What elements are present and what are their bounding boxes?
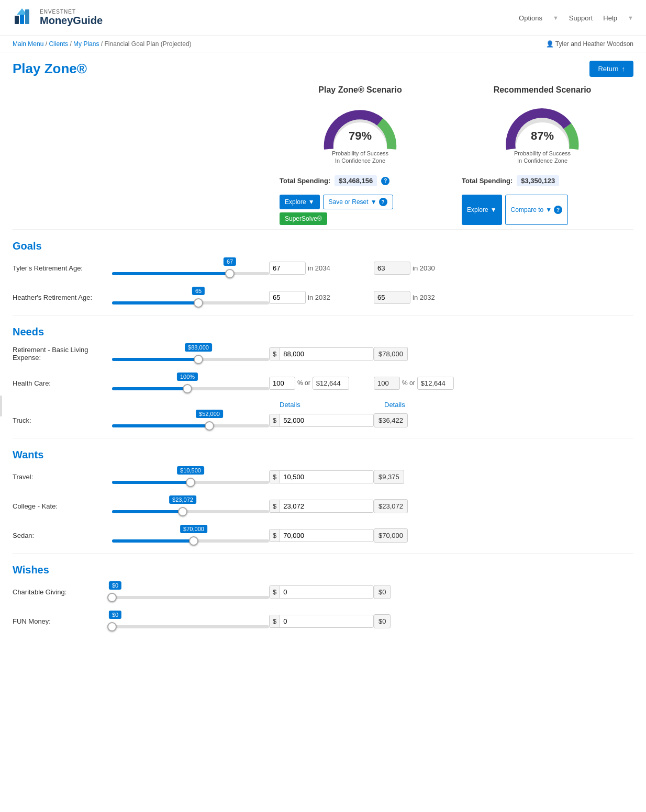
- healthcare-thumb[interactable]: [183, 384, 192, 393]
- travel-rec-value: $9,375: [374, 473, 478, 481]
- nav-help[interactable]: Help: [603, 14, 617, 22]
- details-spacer2: [112, 401, 269, 409]
- college-badge: $23,072: [169, 495, 196, 504]
- details-spacer1: [13, 401, 112, 409]
- breadcrumb-my-plans[interactable]: My Plans: [73, 40, 99, 48]
- college-pz-input[interactable]: $: [269, 500, 374, 513]
- charitable-badge: $0: [109, 581, 121, 590]
- healthcare-details-link-pz[interactable]: Details: [280, 401, 300, 409]
- truck-thumb[interactable]: [205, 421, 214, 431]
- compare-to-btn[interactable]: Compare to ▼ ?: [505, 195, 569, 225]
- recommended-explore-btn[interactable]: Explore ▼: [462, 195, 502, 225]
- living-pz-input[interactable]: $: [269, 347, 374, 360]
- living-slider-wrap: $88,000: [112, 344, 269, 363]
- playzone-spending-value: $3,468,156: [335, 175, 377, 186]
- sedan-thumb[interactable]: [189, 536, 198, 546]
- wants-section-title: Wants: [13, 441, 633, 465]
- college-pz-field[interactable]: [280, 500, 322, 512]
- tyler-thumb[interactable]: [225, 269, 235, 278]
- healthcare-track[interactable]: [112, 387, 269, 390]
- sedan-fill: [112, 539, 194, 543]
- fun-track[interactable]: [112, 625, 269, 628]
- fun-thumb[interactable]: [107, 622, 117, 631]
- truck-track[interactable]: [112, 424, 269, 427]
- return-icon: ↑: [622, 65, 626, 73]
- save-reset-btn[interactable]: Save or Reset ▼ ?: [323, 195, 393, 209]
- want-row-travel: Travel: $10,500 $ $9,375: [13, 465, 633, 488]
- travel-thumb[interactable]: [186, 478, 195, 487]
- sedan-label: Sedan:: [13, 532, 112, 539]
- charitable-track[interactable]: [112, 596, 269, 599]
- travel-pz-field[interactable]: [280, 471, 322, 483]
- heather-track[interactable]: [112, 301, 269, 304]
- nav-options[interactable]: Options: [519, 14, 542, 22]
- travel-fill: [112, 481, 191, 484]
- college-thumb[interactable]: [178, 507, 187, 516]
- healthcare-badge: 100%: [177, 373, 198, 381]
- playzone-explore-btn[interactable]: Explore ▼: [280, 195, 320, 209]
- heather-badge: 65: [192, 287, 205, 295]
- main-content: Play Zone® Scenario Recommended Scenario…: [0, 81, 646, 660]
- recommended-buttons: Explore ▼ Compare to ▼ ?: [451, 193, 633, 227]
- user-icon: 👤: [546, 40, 554, 48]
- fun-pz-input[interactable]: $: [269, 615, 374, 628]
- svg-rect-0: [15, 16, 19, 24]
- charitable-thumb[interactable]: [107, 593, 117, 602]
- supersolve-btn[interactable]: SuperSolve®: [280, 212, 327, 225]
- truck-pz-input[interactable]: $: [269, 414, 374, 427]
- fun-pz-field[interactable]: [280, 615, 322, 627]
- scenario-headers: Play Zone® Scenario Recommended Scenario: [13, 81, 633, 97]
- heather-pz-value: in 2032: [269, 291, 374, 304]
- sedan-rec-value: $70,000: [374, 532, 478, 539]
- charitable-pz-input[interactable]: $: [269, 585, 374, 599]
- goals-spacer: [13, 81, 269, 97]
- tyler-age-input[interactable]: [269, 262, 306, 275]
- healthcare-details-link-rec[interactable]: Details: [384, 401, 405, 409]
- sedan-pz-input[interactable]: $: [269, 529, 374, 542]
- truck-label: Truck:: [13, 416, 112, 424]
- charitable-rec-display: $0: [374, 585, 391, 599]
- compare-to-help[interactable]: ?: [554, 206, 562, 214]
- healthcare-rec-details: Details: [374, 401, 478, 409]
- heather-thumb[interactable]: [194, 298, 203, 308]
- charitable-pz-field[interactable]: [280, 586, 322, 598]
- save-reset-help[interactable]: ?: [379, 198, 387, 206]
- return-button[interactable]: Return ↑: [589, 61, 633, 77]
- wish-row-charitable: Charitable Giving: $0 $ $0: [13, 580, 633, 603]
- breadcrumb-clients[interactable]: Clients: [49, 40, 68, 48]
- truck-rec-display: $36,422: [374, 413, 408, 427]
- healthcare-fill: [112, 387, 187, 390]
- sedan-pz-field[interactable]: [280, 529, 322, 542]
- truck-slider-wrap: $52,000: [112, 411, 269, 430]
- living-thumb[interactable]: [194, 355, 203, 364]
- wishes-section-title: Wishes: [13, 556, 633, 580]
- tyler-track[interactable]: [112, 272, 269, 275]
- charitable-slider-wrap: $0: [112, 582, 269, 601]
- playzone-confidence-zone: In Confidence Zone: [335, 157, 385, 164]
- travel-badge: $10,500: [177, 466, 204, 475]
- truck-pz-field[interactable]: [280, 414, 322, 426]
- living-pz-field[interactable]: [280, 348, 322, 360]
- sedan-badge: $70,000: [180, 525, 207, 533]
- breadcrumb: Main Menu / Clients / My Plans / Financi…: [0, 36, 646, 52]
- travel-pz-input[interactable]: $: [269, 470, 374, 483]
- living-label: Retirement - Basic Living Expense:: [13, 346, 112, 362]
- sedan-track[interactable]: [112, 539, 269, 543]
- healthcare-rec-label: % or: [402, 379, 415, 387]
- travel-track[interactable]: [112, 481, 269, 484]
- truck-dollar-sign: $: [270, 414, 280, 426]
- college-track[interactable]: [112, 510, 269, 513]
- living-track[interactable]: [112, 358, 269, 361]
- travel-label: Travel:: [13, 473, 112, 481]
- divider-1: [13, 229, 633, 230]
- college-label: College - Kate:: [13, 502, 112, 510]
- breadcrumb-main-menu[interactable]: Main Menu: [13, 40, 43, 48]
- heather-age-input[interactable]: [269, 291, 306, 304]
- playzone-spending-help[interactable]: ?: [381, 177, 389, 185]
- healthcare-pct-input[interactable]: [269, 377, 295, 390]
- recommended-gauge-container: 87% Probability of Success In Confidence…: [451, 97, 633, 169]
- playzone-gauge-container: 79% Probability of Success In Confidence…: [269, 97, 451, 169]
- travel-rec-display: $9,375: [374, 470, 404, 484]
- recommended-scenario-header: Recommended Scenario: [451, 81, 633, 97]
- nav-support[interactable]: Support: [569, 14, 593, 22]
